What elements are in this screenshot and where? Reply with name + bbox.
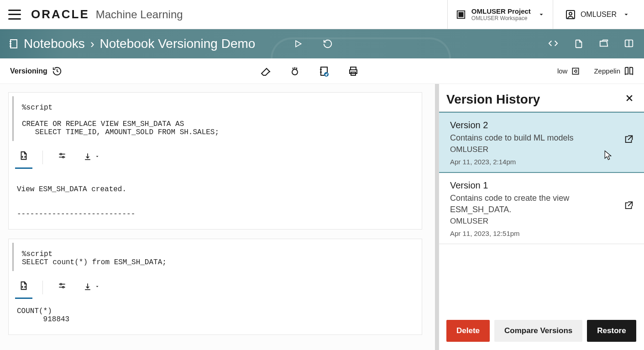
notebook-toolbar: Versioning low Zeppelin xyxy=(0,58,644,84)
svg-point-34 xyxy=(60,283,62,285)
cursor-icon xyxy=(604,150,612,161)
document-icon xyxy=(574,38,584,49)
mode-label: Zeppelin xyxy=(594,67,620,75)
mode-selector[interactable]: Zeppelin xyxy=(594,66,634,76)
cell-output: COUNT(*) 918843 xyxy=(9,299,422,334)
folder-button[interactable] xyxy=(597,37,611,51)
version-item[interactable]: Version 2 Contains code to build ML mode… xyxy=(439,112,644,173)
brand: ORACLE Machine Learning xyxy=(31,7,183,21)
compare-versions-button[interactable]: Compare Versions xyxy=(494,320,582,342)
version-time: Apr 11, 2023, 12:51pm xyxy=(450,230,635,237)
versioning-label: Versioning xyxy=(10,67,47,75)
history-actions: Delete Compare Versions Restore xyxy=(439,320,644,350)
priority-label: low xyxy=(557,67,568,75)
user-menu[interactable]: OMLUSER xyxy=(553,0,636,29)
chevron-down-icon xyxy=(95,154,99,159)
svg-point-28 xyxy=(60,153,62,155)
svg-point-14 xyxy=(292,69,298,75)
invalidate-session-button[interactable] xyxy=(289,66,300,77)
cell-code[interactable]: %script CREATE OR REPLACE VIEW ESM_SH_DA… xyxy=(12,96,422,141)
project-grid-icon xyxy=(456,10,466,20)
version-name: Version 1 xyxy=(450,180,635,191)
refresh-button[interactable] xyxy=(321,37,335,51)
cell-output-code-tab[interactable] xyxy=(15,276,32,299)
cell-settings-tab[interactable] xyxy=(53,146,71,168)
project-workspace: OMLUSER Workspace xyxy=(471,15,531,21)
sliders-icon xyxy=(57,281,68,290)
svg-rect-3 xyxy=(459,15,461,16)
clear-output-button[interactable] xyxy=(260,66,271,77)
book-icon xyxy=(624,66,634,76)
project-selector[interactable]: OMLUSER Project OMLUSER Workspace xyxy=(447,0,553,29)
download-icon xyxy=(83,282,92,292)
version-name: Version 2 xyxy=(450,120,635,131)
print-icon xyxy=(348,66,359,77)
code-file-icon xyxy=(19,150,29,161)
close-history-button[interactable] xyxy=(625,94,634,105)
open-version-button[interactable] xyxy=(624,200,634,212)
svg-point-30 xyxy=(63,157,64,158)
svg-point-6 xyxy=(569,12,572,15)
version-item[interactable]: Version 1 Contains code to create the vi… xyxy=(439,173,644,244)
layout-button[interactable] xyxy=(622,37,636,51)
download-icon xyxy=(83,151,92,162)
notebook-icon xyxy=(8,37,19,50)
open-version-button[interactable] xyxy=(624,134,634,146)
notebook-sync-icon xyxy=(319,66,330,77)
chevron-down-icon xyxy=(538,11,545,18)
code-view-button[interactable] xyxy=(545,37,561,51)
sliders-icon xyxy=(57,151,68,160)
cell-download-tab[interactable] xyxy=(79,147,103,167)
svg-rect-25 xyxy=(573,68,579,74)
cell-download-tab[interactable] xyxy=(79,277,103,298)
svg-rect-2 xyxy=(461,12,463,14)
delete-button[interactable]: Delete xyxy=(446,320,490,342)
breadcrumb-separator: › xyxy=(90,37,94,51)
play-icon xyxy=(293,39,303,49)
brand-main: ORACLE xyxy=(31,7,89,21)
cell-code[interactable]: %script SELECT count(*) from ESM_SH_DATA… xyxy=(12,243,422,271)
folder-open-icon xyxy=(598,38,609,48)
breadcrumb-current: Notebook Versioning Demo xyxy=(100,37,256,51)
chevron-down-icon xyxy=(95,284,99,289)
hamburger-menu-icon[interactable] xyxy=(8,10,21,20)
cell-output-code-tab[interactable] xyxy=(15,146,32,169)
version-desc: Contains code to build ML models xyxy=(450,132,578,143)
svg-point-36 xyxy=(63,287,64,288)
project-name: OMLUSER Project xyxy=(471,7,531,15)
version-desc: Contains code to create the view ESM_SH_… xyxy=(450,193,578,215)
svg-marker-11 xyxy=(296,41,301,47)
priority-icon xyxy=(571,67,580,76)
version-history-panel: Version History Version 2 Contains code … xyxy=(439,84,644,350)
versioning-button[interactable]: Versioning xyxy=(10,66,62,76)
history-title: Version History xyxy=(446,92,540,107)
restore-button[interactable]: Restore xyxy=(587,320,636,342)
user-name: OMLUSER xyxy=(581,10,617,19)
brand-sub: Machine Learning xyxy=(96,8,183,21)
eraser-icon xyxy=(260,66,271,77)
content-area: %script CREATE OR REPLACE VIEW ESM_SH_DA… xyxy=(0,84,644,350)
notebook-cell[interactable]: %script SELECT count(*) from ESM_SH_DATA… xyxy=(8,239,422,335)
code-file-icon xyxy=(19,280,29,291)
code-icon xyxy=(547,38,559,48)
open-external-icon xyxy=(624,200,634,210)
svg-rect-4 xyxy=(461,15,463,16)
cell-toolbar xyxy=(9,141,422,169)
notebook-cell[interactable]: %script CREATE OR REPLACE VIEW ESM_SH_DA… xyxy=(8,92,422,230)
layout-split-icon xyxy=(624,38,634,48)
priority-selector[interactable]: low xyxy=(557,67,581,76)
breadcrumb: Notebooks › Notebook Versioning Demo xyxy=(24,37,255,51)
version-list: Version 2 Contains code to build ML mode… xyxy=(439,111,644,320)
svg-rect-1 xyxy=(459,12,461,14)
update-dependencies-button[interactable] xyxy=(319,66,330,77)
open-external-icon xyxy=(624,134,634,144)
chevron-down-icon xyxy=(623,11,629,18)
export-button[interactable] xyxy=(572,37,586,51)
svg-line-42 xyxy=(628,202,632,206)
run-all-button[interactable] xyxy=(292,37,304,51)
cell-settings-tab[interactable] xyxy=(53,277,71,298)
print-button[interactable] xyxy=(348,66,359,77)
cell-toolbar xyxy=(9,271,422,299)
breadcrumb-root[interactable]: Notebooks xyxy=(24,37,85,51)
history-icon xyxy=(52,66,62,76)
